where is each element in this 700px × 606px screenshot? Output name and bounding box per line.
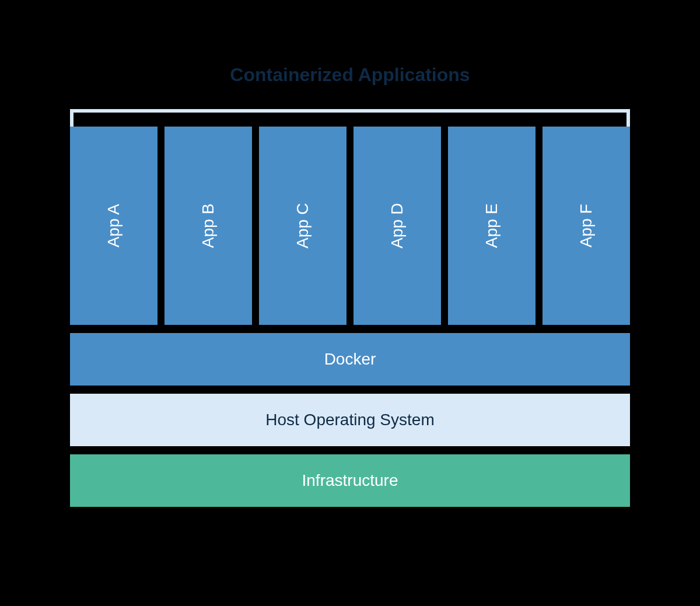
docker-label: Docker [324, 350, 376, 369]
app-label: App F [577, 204, 596, 248]
apps-bracket [70, 109, 630, 127]
docker-layer: Docker [70, 333, 630, 386]
app-box-d: App D [354, 127, 441, 325]
app-label: App E [482, 204, 501, 248]
host-os-label: Host Operating System [265, 411, 434, 429]
app-label: App C [293, 203, 312, 248]
host-os-layer: Host Operating System [70, 394, 630, 446]
diagram-title: Containerized Applications [70, 64, 630, 86]
app-box-f: App F [542, 127, 630, 325]
apps-row: App A App B App C App D App E App F [70, 127, 630, 325]
app-box-c: App C [259, 127, 346, 325]
app-label: App A [104, 204, 123, 248]
infrastructure-layer: Infrastructure [70, 454, 630, 507]
app-box-e: App E [448, 127, 536, 325]
infrastructure-label: Infrastructure [302, 471, 398, 490]
container-architecture-diagram: Containerized Applications App A App B A… [70, 64, 630, 507]
app-label: App B [199, 204, 218, 248]
app-box-a: App A [70, 127, 158, 325]
app-label: App D [388, 203, 407, 248]
app-box-b: App B [164, 127, 252, 325]
